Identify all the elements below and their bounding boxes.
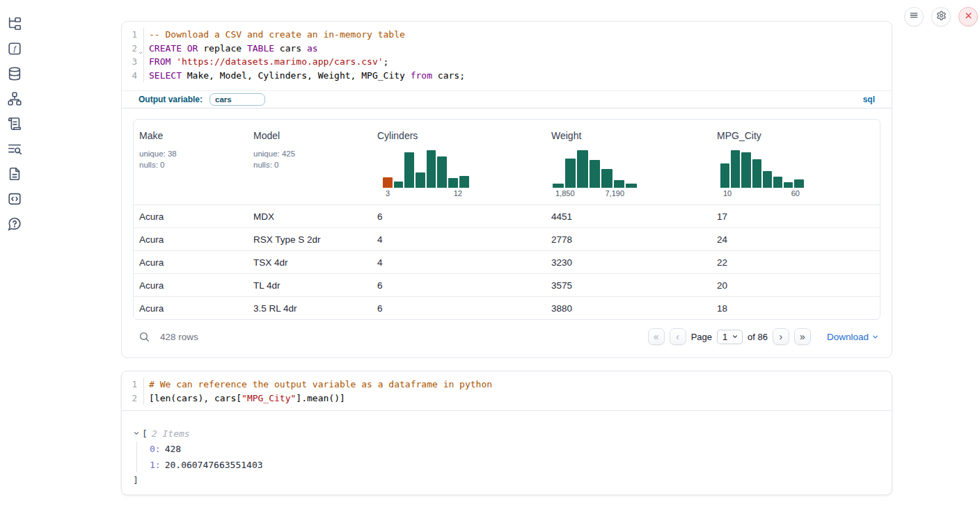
table-row[interactable]: Acura3.5 RL 4dr6388018 (134, 297, 880, 320)
column-header-model[interactable]: Model (253, 130, 280, 141)
table-footer: 428 rows « ‹ Page 1 of 86 › » Download (122, 326, 892, 347)
code-line: 1# We can reference the output variable … (122, 378, 892, 392)
table-cell: 6 (377, 274, 383, 297)
histogram-bar (437, 156, 447, 188)
menu-icon (909, 10, 919, 23)
table-row[interactable]: AcuraRSX Type S 2dr4277824 (134, 228, 880, 251)
tree-entry: 1: 20.060747663551403 (133, 457, 892, 473)
table-cell: 3230 (551, 251, 572, 274)
chevron-down-icon[interactable] (133, 430, 142, 437)
search-icon[interactable] (139, 331, 150, 343)
column-header-mpg-city[interactable]: MPG_City (717, 130, 761, 141)
histogram-bar (553, 184, 564, 188)
shutdown-button[interactable] (958, 7, 978, 26)
code-snippets-icon[interactable] (7, 191, 22, 207)
page-label: Page (691, 332, 712, 342)
table-cell: 4 (377, 228, 383, 251)
open-bracket: [ (142, 428, 148, 439)
histogram-bar (794, 179, 803, 188)
table-cell: 4 (377, 251, 383, 274)
prev-page-button[interactable]: ‹ (670, 328, 686, 345)
mpg-city-histogram[interactable] (720, 149, 804, 188)
svg-text:ƒ: ƒ (13, 45, 17, 53)
close-bracket: ] (133, 475, 139, 485)
marimo-notebook-page: ƒ 1-- Download a CSV and (0, 0, 980, 507)
weight-histogram[interactable] (553, 149, 637, 188)
table-row[interactable]: AcuraMDX6445117 (134, 205, 880, 228)
menu-button[interactable] (904, 7, 924, 26)
table-cell: 18 (717, 297, 727, 320)
histogram-bar (741, 152, 750, 188)
table-row[interactable]: AcuraTL 4dr6357520 (134, 274, 880, 297)
table-cell: Acura (139, 297, 164, 320)
output-variable-bar: Output variable: sql (122, 90, 892, 108)
scroll-logs-icon[interactable] (7, 116, 22, 131)
chevron-down-icon (871, 333, 879, 341)
table-cell: 2778 (551, 228, 572, 251)
indent-guide (136, 442, 137, 472)
pagination: « ‹ Page 1 of 86 › » Download (648, 328, 879, 345)
table-cell: 4451 (551, 205, 572, 228)
tree-entry: 0: 428 (133, 442, 892, 458)
table-row[interactable]: AcuraTSX 4dr4323022 (134, 251, 880, 274)
table-cell: RSX Type S 2dr (253, 228, 321, 251)
histogram-bar (626, 184, 637, 188)
histogram-bar (404, 152, 414, 188)
file-tree-icon[interactable] (7, 16, 22, 31)
table-cell: TL 4dr (253, 274, 280, 297)
histogram-bar (448, 178, 458, 188)
column-header-weight[interactable]: Weight (551, 130, 581, 141)
helper-panel-sidebar: ƒ (0, 0, 31, 507)
python-code-editor[interactable]: 1# We can reference the output variable … (122, 371, 892, 411)
function-icon[interactable]: ƒ (7, 41, 22, 56)
last-page-button[interactable]: » (794, 328, 811, 345)
histogram-bar (577, 150, 588, 188)
sql-code-editor[interactable]: 1-- Download a CSV and create an in-memo… (122, 22, 892, 90)
database-icon[interactable] (7, 66, 22, 81)
chevron-down-icon (732, 333, 738, 340)
table-cell: 3880 (551, 297, 572, 320)
code-line: 2CREATE OR replace TABLE cars as (122, 42, 892, 56)
histogram-bar (731, 150, 740, 188)
row-count: 428 rows (160, 332, 198, 342)
mpg-city-histogram-axis: 1060 (720, 189, 804, 198)
histogram-bar (784, 182, 793, 188)
next-page-button[interactable]: › (773, 328, 789, 345)
histogram-bar (416, 172, 425, 188)
cylinders-histogram[interactable] (383, 149, 469, 188)
page-total-label: of 86 (748, 332, 768, 342)
items-count-label: 2 Items (152, 428, 190, 439)
download-button[interactable]: Download (827, 332, 879, 342)
histogram-bar (601, 169, 612, 188)
first-page-button[interactable]: « (648, 328, 665, 345)
help-chat-icon[interactable] (7, 216, 22, 232)
table-header: Make unique: 38nulls: 0 Model unique: 42… (134, 120, 880, 205)
table-cell: Acura (139, 205, 164, 228)
code-line: 4SELECT Make, Model, Cylinders, Weight, … (122, 69, 892, 83)
language-badge[interactable]: sql (863, 95, 875, 104)
output-variable-label: Output variable: (139, 95, 203, 104)
table-cell: MDX (253, 205, 274, 228)
histogram-bar (383, 177, 393, 188)
column-header-cylinders[interactable]: Cylinders (377, 130, 418, 141)
histogram-bar (773, 177, 782, 188)
table-cell: Acura (139, 228, 164, 251)
search-list-icon[interactable] (7, 141, 22, 156)
output-variable-input[interactable] (210, 93, 265, 106)
table-cell: 3.5 RL 4dr (253, 297, 297, 320)
column-header-make[interactable]: Make (139, 130, 163, 141)
page-select[interactable]: 1 (717, 330, 743, 344)
document-icon[interactable] (7, 166, 22, 182)
results-table: Make unique: 38nulls: 0 Model unique: 42… (133, 119, 880, 320)
histogram-bar (752, 159, 761, 188)
histogram-bar (590, 160, 601, 188)
table-cell: 17 (717, 205, 727, 228)
histogram-bar (394, 182, 404, 188)
settings-button[interactable] (931, 7, 951, 26)
histogram-bar (565, 159, 576, 188)
cylinders-histogram-axis: 312 (383, 189, 469, 198)
table-cell: Acura (139, 251, 164, 274)
sql-cell: 1-- Download a CSV and create an in-memo… (121, 21, 892, 358)
histogram-bar (459, 176, 469, 188)
dependency-graph-icon[interactable] (7, 91, 22, 106)
